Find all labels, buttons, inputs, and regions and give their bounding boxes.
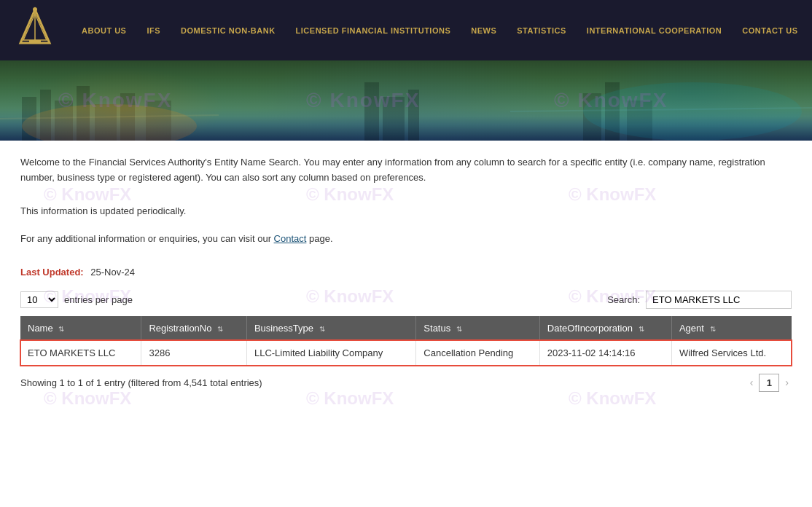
cell-status: Cancellation Pending [416, 340, 539, 366]
hero-watermark-3: © KnowFX [554, 89, 668, 112]
col-header-business-type[interactable]: BusinessType ⇅ [246, 316, 415, 340]
entries-controls: 10 25 50 100 entries per page [20, 291, 133, 308]
intro-paragraph-1: Welcome to the Financial Services Author… [20, 155, 792, 186]
search-input[interactable] [646, 291, 792, 309]
entries-per-page-select[interactable]: 10 25 50 100 [20, 291, 58, 308]
cell-business-type: LLC-Limited Liability Company [246, 340, 415, 366]
prev-page-button[interactable]: ‹ [747, 375, 757, 390]
table-body: ETO MARKETS LLC 3286 LLC-Limited Liabili… [20, 340, 792, 366]
last-updated-value: 25-Nov-24 [90, 267, 135, 278]
nav-licensed-financial[interactable]: LICENSED FINANCIAL INSTITUTIONS [286, 20, 461, 41]
hero-banner: © KnowFX © KnowFX © KnowFX [0, 60, 812, 141]
sort-arrow-agent: ⇅ [710, 325, 716, 333]
cell-registration-no: 3286 [141, 340, 246, 366]
data-table: Name ⇅ RegistrationNo ⇅ BusinessType ⇅ S… [20, 316, 792, 366]
svg-rect-4 [29, 40, 41, 43]
pagination-section: Showing 1 to 1 of 1 entry (filtered from… [20, 374, 792, 399]
next-page-button[interactable]: › [782, 375, 792, 390]
nav-international-cooperation[interactable]: INTERNATIONAL COOPERATION [577, 20, 732, 41]
sort-arrow-reg: ⇅ [217, 325, 223, 333]
showing-text: Showing 1 to 1 of 1 entry (filtered from… [20, 377, 262, 388]
pagination-controls: ‹ 1 › [747, 374, 792, 392]
last-updated-section: Last Updated: 25-Nov-24 [20, 267, 792, 278]
search-controls: Search: [607, 291, 792, 309]
contact-line-prefix: For any additional information or enquir… [20, 233, 274, 244]
sort-arrow-date: ⇅ [639, 325, 644, 333]
intro-paragraph-2: This information is updated periodically… [20, 205, 792, 216]
last-updated-label: Last Updated: [20, 267, 84, 278]
nav-statistics[interactable]: STATISTICS [507, 20, 577, 41]
main-content: © KnowFX © KnowFX © KnowFX © KnowFX © Kn… [0, 141, 812, 406]
cell-name: ETO MARKETS LLC [20, 340, 141, 366]
table-header: Name ⇅ RegistrationNo ⇅ BusinessType ⇅ S… [20, 316, 792, 340]
sort-arrow-biz: ⇅ [319, 325, 325, 333]
svg-point-3 [33, 7, 37, 12]
cell-date: 2023-11-02 14:14:16 [539, 340, 671, 366]
col-header-name[interactable]: Name ⇅ [20, 316, 141, 340]
page-watermark-1: © KnowFX [44, 184, 131, 205]
page-watermark-2: © KnowFX [306, 184, 394, 205]
page-1-button[interactable]: 1 [759, 374, 779, 392]
table-controls: 10 25 50 100 entries per page Search: [20, 291, 792, 309]
nav-ifs[interactable]: IFS [136, 20, 171, 41]
nav-news[interactable]: NEWS [461, 20, 507, 41]
col-header-agent[interactable]: Agent ⇅ [671, 316, 792, 340]
table-row[interactable]: ETO MARKETS LLC 3286 LLC-Limited Liabili… [20, 340, 792, 366]
cell-agent: Wilfred Services Ltd. [671, 340, 792, 366]
contact-link[interactable]: Contact [274, 233, 307, 244]
nav-links: ABOUT US IFS DOMESTIC NON-BANK LICENSED … [71, 20, 808, 41]
navbar: ABOUT US IFS DOMESTIC NON-BANK LICENSED … [0, 0, 812, 60]
hero-watermark-2: © KnowFX [306, 89, 420, 112]
sort-arrow-name: ⇅ [58, 325, 64, 333]
col-header-status[interactable]: Status ⇅ [416, 316, 539, 340]
contact-line-suffix: page. [306, 233, 332, 244]
logo[interactable] [13, 7, 64, 54]
sort-arrow-status: ⇅ [456, 325, 462, 333]
col-header-registration[interactable]: RegistrationNo ⇅ [141, 316, 246, 340]
contact-line: For any additional information or enquir… [20, 233, 792, 244]
entries-label: entries per page [64, 294, 133, 305]
col-header-date[interactable]: DateOfIncorporation ⇅ [539, 316, 671, 340]
hero-watermark-1: © KnowFX [58, 89, 172, 112]
page-watermark-3: © KnowFX [569, 184, 656, 205]
search-label: Search: [607, 294, 640, 305]
nav-about-us[interactable]: ABOUT US [71, 20, 136, 41]
nav-domestic-non-bank[interactable]: DOMESTIC NON-BANK [171, 20, 286, 41]
nav-contact-us[interactable]: CONTACT US [732, 20, 808, 41]
